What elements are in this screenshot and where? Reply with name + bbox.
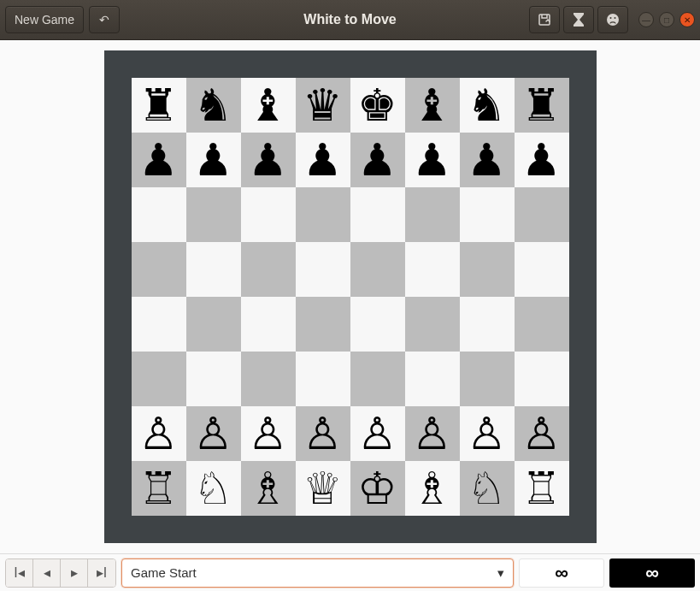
board-square[interactable] [515, 242, 569, 297]
piece-p[interactable]: ♟ [521, 138, 562, 182]
board-square[interactable]: ♙ [241, 406, 296, 461]
piece-p[interactable]: ♟ [467, 138, 507, 182]
board-square[interactable] [460, 187, 515, 242]
nav-prev-button[interactable]: ◂ [33, 559, 61, 587]
board-square[interactable]: ♞ [186, 78, 241, 133]
board-square[interactable]: ♙ [350, 406, 405, 461]
piece-p[interactable]: ♟ [412, 138, 452, 182]
board-square[interactable] [186, 352, 241, 406]
board-square[interactable]: ♙ [186, 406, 241, 461]
history-dropdown[interactable]: Game Start ▾ [121, 558, 514, 588]
nav-first-button[interactable]: I◂ [6, 559, 33, 587]
nav-last-button[interactable]: ▸I [88, 559, 115, 587]
piece-p[interactable]: ♟ [357, 138, 397, 182]
board-square[interactable] [296, 187, 350, 242]
piece-p[interactable]: ♟ [303, 138, 343, 182]
piece-P[interactable]: ♙ [521, 411, 562, 456]
board-square[interactable] [515, 297, 569, 352]
board-square[interactable]: ♙ [515, 406, 569, 461]
board-square[interactable] [460, 352, 515, 406]
board-square[interactable]: ♙ [296, 406, 350, 461]
piece-P[interactable]: ♙ [248, 411, 288, 456]
piece-p[interactable]: ♟ [248, 138, 288, 182]
board-square[interactable]: ♙ [132, 406, 186, 461]
board-square[interactable]: ♗ [241, 461, 296, 516]
board-square[interactable] [241, 187, 296, 242]
piece-n[interactable]: ♞ [467, 83, 507, 127]
board-square[interactable] [296, 352, 350, 406]
board-square[interactable] [405, 352, 460, 406]
board-square[interactable] [186, 242, 241, 297]
chess-board[interactable]: ♜♞♝♛♚♝♞♜♟♟♟♟♟♟♟♟♙♙♙♙♙♙♙♙♖♘♗♕♔♗♘♖ [132, 78, 569, 516]
piece-r[interactable]: ♜ [138, 83, 179, 127]
board-square[interactable]: ♛ [296, 78, 350, 133]
board-square[interactable]: ♝ [241, 78, 296, 133]
board-square[interactable] [241, 297, 296, 352]
board-square[interactable] [186, 297, 241, 352]
maximize-button[interactable]: □ [659, 12, 674, 27]
board-square[interactable] [515, 352, 569, 406]
piece-P[interactable]: ♙ [357, 411, 397, 456]
piece-p[interactable]: ♟ [138, 138, 179, 182]
board-square[interactable] [460, 242, 515, 297]
board-square[interactable]: ♘ [460, 461, 515, 516]
new-game-button[interactable]: New Game [5, 6, 84, 33]
piece-R[interactable]: ♖ [138, 466, 179, 511]
board-square[interactable] [405, 297, 460, 352]
board-square[interactable] [132, 242, 186, 297]
board-square[interactable]: ♟ [515, 133, 569, 187]
board-square[interactable]: ♔ [350, 461, 405, 516]
piece-b[interactable]: ♝ [412, 83, 452, 127]
piece-n[interactable]: ♞ [193, 83, 233, 127]
undo-button[interactable]: ↶ [89, 6, 120, 33]
board-square[interactable] [186, 187, 241, 242]
board-square[interactable]: ♟ [186, 133, 241, 187]
board-square[interactable] [350, 242, 405, 297]
resign-button[interactable] [597, 6, 628, 33]
nav-next-button[interactable]: ▸ [61, 559, 88, 587]
board-square[interactable] [350, 187, 405, 242]
piece-p[interactable]: ♟ [193, 138, 233, 182]
piece-B[interactable]: ♗ [412, 466, 452, 511]
piece-Q[interactable]: ♕ [303, 466, 343, 511]
board-square[interactable]: ♚ [350, 78, 405, 133]
board-square[interactable] [460, 297, 515, 352]
board-square[interactable] [296, 297, 350, 352]
board-square[interactable]: ♙ [405, 406, 460, 461]
board-square[interactable] [350, 352, 405, 406]
piece-P[interactable]: ♙ [303, 411, 343, 456]
board-square[interactable] [241, 242, 296, 297]
piece-B[interactable]: ♗ [248, 466, 288, 511]
piece-R[interactable]: ♖ [521, 466, 562, 511]
board-square[interactable]: ♘ [186, 461, 241, 516]
piece-K[interactable]: ♔ [357, 466, 397, 511]
minimize-button[interactable]: — [638, 12, 654, 27]
board-square[interactable]: ♕ [296, 461, 350, 516]
board-square[interactable] [350, 297, 405, 352]
piece-P[interactable]: ♙ [138, 411, 179, 456]
piece-q[interactable]: ♛ [303, 83, 343, 127]
board-square[interactable]: ♝ [405, 78, 460, 133]
board-square[interactable] [132, 297, 186, 352]
board-square[interactable]: ♟ [405, 133, 460, 187]
board-square[interactable]: ♜ [132, 78, 186, 133]
board-square[interactable] [132, 352, 186, 406]
board-square[interactable]: ♖ [515, 461, 569, 516]
board-square[interactable]: ♜ [515, 78, 569, 133]
piece-N[interactable]: ♘ [467, 466, 507, 511]
board-square[interactable] [132, 187, 186, 242]
board-square[interactable] [241, 352, 296, 406]
piece-b[interactable]: ♝ [248, 83, 288, 127]
board-square[interactable] [405, 242, 460, 297]
piece-P[interactable]: ♙ [412, 411, 452, 456]
board-square[interactable]: ♗ [405, 461, 460, 516]
board-square[interactable]: ♞ [460, 78, 515, 133]
board-square[interactable]: ♙ [460, 406, 515, 461]
timer-button[interactable] [563, 6, 594, 33]
piece-P[interactable]: ♙ [467, 411, 507, 456]
save-button[interactable] [529, 6, 560, 33]
close-button[interactable]: ✕ [679, 12, 695, 27]
piece-r[interactable]: ♜ [521, 83, 562, 127]
board-square[interactable]: ♖ [132, 461, 186, 516]
board-square[interactable]: ♟ [241, 133, 296, 187]
